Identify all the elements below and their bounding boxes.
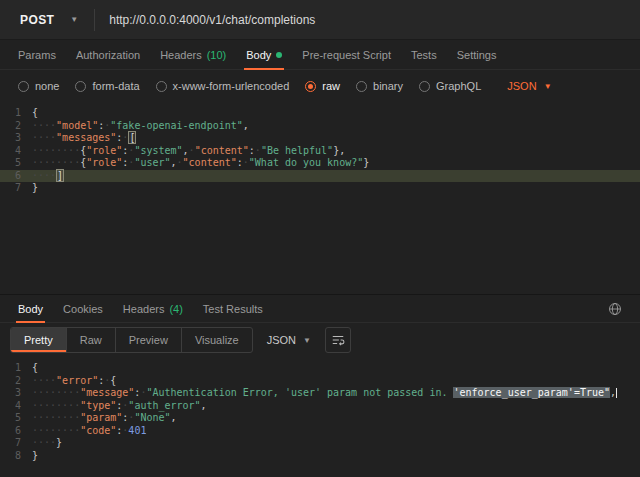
radio-label: raw xyxy=(322,80,340,92)
code-text: ········"type":·"auth_error", xyxy=(32,400,207,413)
code-text: } xyxy=(32,182,38,195)
code-line[interactable]: 2····"error":·{ xyxy=(0,375,640,388)
response-format-dropdown[interactable]: JSON ▼ xyxy=(267,334,311,346)
view-tab-label: Preview xyxy=(129,334,168,346)
line-number: 7 xyxy=(0,437,32,450)
body-type-form-data[interactable]: form-data xyxy=(75,80,139,92)
line-number: 1 xyxy=(0,107,32,120)
code-line[interactable]: 8} xyxy=(0,450,640,463)
tab-headers[interactable]: Headers(10) xyxy=(150,40,236,69)
code-line[interactable]: 4········"type":·"auth_error", xyxy=(0,400,640,413)
code-text: { xyxy=(32,107,38,120)
tab-label: Cookies xyxy=(63,303,103,315)
view-tab-label: Pretty xyxy=(24,334,53,346)
chevron-down-icon: ▼ xyxy=(70,15,78,24)
request-url-bar: POST ▼ http://0.0.0.0:4000/v1/chat/compl… xyxy=(0,0,640,40)
request-body-editor[interactable]: 1{2····"model":·"fake-openai-endpoint",3… xyxy=(0,102,640,294)
tab-label: Tests xyxy=(411,49,437,61)
response-tabs: Body Cookies Headers(4) Test Results xyxy=(0,295,640,323)
tab-label: Body xyxy=(246,49,271,61)
response-tab-cookies[interactable]: Cookies xyxy=(53,295,113,322)
line-number: 4 xyxy=(0,400,32,413)
line-number: 2 xyxy=(0,120,32,133)
code-line[interactable]: 6········"code":·401 xyxy=(0,425,640,438)
view-tab-pretty[interactable]: Pretty xyxy=(11,328,67,352)
view-tab-visualize[interactable]: Visualize xyxy=(182,328,252,352)
response-tab-body[interactable]: Body xyxy=(8,295,53,322)
radio-icon xyxy=(156,81,167,92)
tab-pre-request-script[interactable]: Pre-request Script xyxy=(292,40,401,69)
tab-tests[interactable]: Tests xyxy=(401,40,447,69)
code-text: ····"error":·{ xyxy=(32,375,116,388)
code-text: ········"code":·401 xyxy=(32,425,146,438)
line-number: 8 xyxy=(0,450,32,463)
body-type-graphql[interactable]: GraphQL xyxy=(419,80,481,92)
radio-label: none xyxy=(35,80,59,92)
code-line[interactable]: 4········{"role":·"system",·"content":·"… xyxy=(0,145,640,158)
radio-icon xyxy=(356,81,367,92)
chevron-down-icon: ▼ xyxy=(544,82,552,91)
response-tab-test-results[interactable]: Test Results xyxy=(193,295,273,322)
radio-icon xyxy=(18,81,29,92)
line-number: 3 xyxy=(0,387,32,400)
line-number: 5 xyxy=(0,157,32,170)
code-line[interactable]: 3········"message":·"Authentication Erro… xyxy=(0,387,640,400)
method-dropdown[interactable]: POST ▼ xyxy=(0,0,94,39)
tab-authorization[interactable]: Authorization xyxy=(66,40,150,69)
text-cursor xyxy=(616,388,617,398)
radio-icon xyxy=(419,81,430,92)
radio-label: GraphQL xyxy=(436,80,481,92)
line-number: 6 xyxy=(0,170,32,183)
response-section: Body Cookies Headers(4) Test Results Pre… xyxy=(0,294,640,477)
headers-count: (10) xyxy=(207,49,227,61)
code-line[interactable]: 3····"messages":·[ xyxy=(0,132,640,145)
tab-params[interactable]: Params xyxy=(8,40,66,69)
radio-label: binary xyxy=(373,80,403,92)
code-line[interactable]: 1{ xyxy=(0,362,640,375)
code-line[interactable]: 1{ xyxy=(0,107,640,120)
response-format-value: JSON xyxy=(267,334,296,346)
code-text: { xyxy=(32,362,38,375)
line-number: 7 xyxy=(0,182,32,195)
code-text: ········{"role":·"user",·"content":·"Wha… xyxy=(32,157,369,170)
body-type-raw[interactable]: raw xyxy=(305,80,340,92)
view-tab-label: Raw xyxy=(80,334,102,346)
code-line[interactable]: 7} xyxy=(0,182,640,195)
code-line[interactable]: 5········{"role":·"user",·"content":·"Wh… xyxy=(0,157,640,170)
code-line[interactable]: 5········"param":·"None", xyxy=(0,412,640,425)
tab-label: Pre-request Script xyxy=(302,49,391,61)
code-line[interactable]: 6····] xyxy=(0,170,640,183)
code-text: ····] xyxy=(32,170,64,183)
line-number: 1 xyxy=(0,362,32,375)
body-type-none[interactable]: none xyxy=(18,80,59,92)
radio-label: x-www-form-urlencoded xyxy=(173,80,290,92)
network-globe-icon[interactable] xyxy=(608,302,632,316)
code-text: } xyxy=(32,450,38,463)
view-tab-raw[interactable]: Raw xyxy=(67,328,116,352)
tab-body[interactable]: Body xyxy=(236,40,292,69)
line-number: 4 xyxy=(0,145,32,158)
body-type-row: none form-data x-www-form-urlencoded raw… xyxy=(0,70,640,102)
wrap-lines-icon xyxy=(331,333,345,347)
line-number: 5 xyxy=(0,412,32,425)
raw-format-dropdown[interactable]: JSON ▼ xyxy=(507,80,551,92)
code-line[interactable]: 2····"model":·"fake-openai-endpoint", xyxy=(0,120,640,133)
tab-settings[interactable]: Settings xyxy=(447,40,507,69)
wrap-lines-button[interactable] xyxy=(325,327,351,353)
radio-selected-icon xyxy=(305,81,316,92)
line-number: 3 xyxy=(0,132,32,145)
tab-label: Authorization xyxy=(76,49,140,61)
body-type-x-www-form-urlencoded[interactable]: x-www-form-urlencoded xyxy=(156,80,290,92)
response-view-row: Pretty Raw Preview Visualize JSON ▼ xyxy=(0,323,640,357)
code-text: ········"param":·"None", xyxy=(32,412,177,425)
response-tab-headers[interactable]: Headers(4) xyxy=(113,295,193,322)
code-text: ····} xyxy=(32,437,62,450)
body-type-binary[interactable]: binary xyxy=(356,80,403,92)
line-number: 6 xyxy=(0,425,32,438)
url-input[interactable]: http://0.0.0.0:4000/v1/chat/completions xyxy=(95,13,640,27)
view-tab-preview[interactable]: Preview xyxy=(116,328,182,352)
response-body-editor[interactable]: 1{2····"error":·{3········"message":·"Au… xyxy=(0,357,640,477)
code-line[interactable]: 7····} xyxy=(0,437,640,450)
line-number: 2 xyxy=(0,375,32,388)
tab-label: Body xyxy=(18,303,43,315)
